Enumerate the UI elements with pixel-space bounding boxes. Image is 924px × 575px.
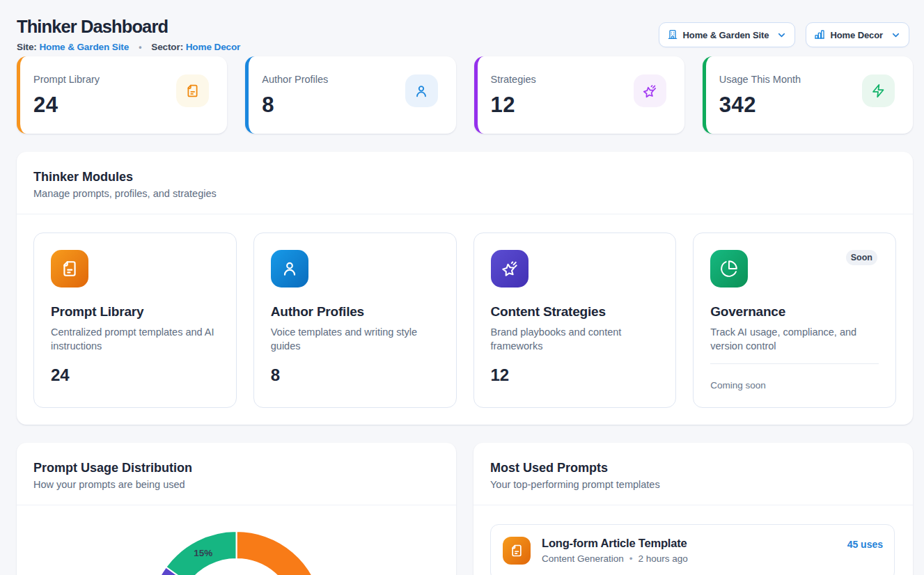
svg-text:15%: 15% bbox=[194, 548, 212, 558]
